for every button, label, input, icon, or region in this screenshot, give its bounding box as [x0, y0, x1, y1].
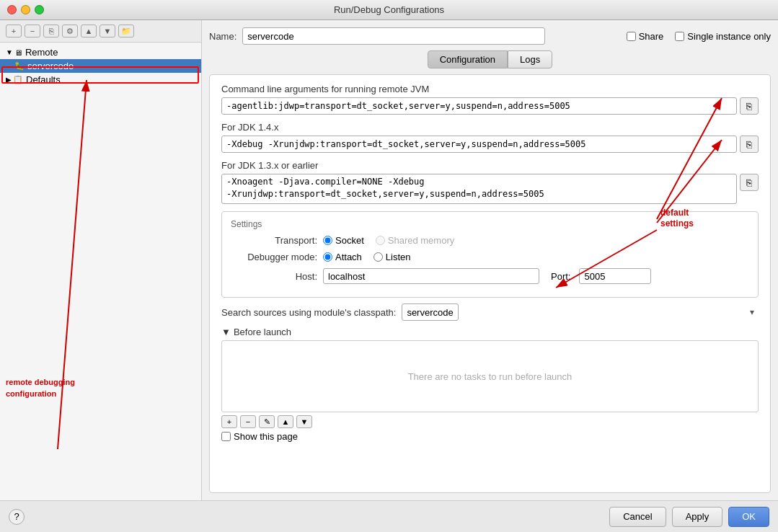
before-launch-header[interactable]: ▼ Before launch [221, 327, 759, 337]
config-item-icon: 🐛 [14, 61, 25, 71]
host-label: Host: [231, 271, 317, 282]
sidebar-item-defaults[interactable]: ▶ 📋 Defaults [0, 73, 201, 87]
jdk13-section-title: For JDK 1.3.x or earlier [221, 160, 759, 171]
jdk14-input[interactable] [221, 136, 737, 153]
listen-radio-label[interactable]: Listen [373, 252, 411, 262]
attach-text: Attach [335, 252, 362, 262]
debugger-mode-radio-group: Attach Listen [323, 252, 411, 262]
move-up-button[interactable]: ▲ [81, 25, 97, 37]
share-checkbox[interactable] [627, 32, 636, 41]
add-config-button[interactable]: + [6, 25, 22, 37]
debugger-mode-row: Debugger mode: Attach Listen [231, 252, 749, 262]
title-bar: Run/Debug Configurations [0, 0, 778, 20]
remove-task-button[interactable]: − [240, 415, 256, 428]
collapse-arrow-icon: ▼ [221, 327, 231, 337]
before-launch-area: There are no tasks to run before launch [221, 340, 759, 412]
minimize-button[interactable] [21, 5, 30, 14]
no-tasks-text: There are no tasks to run before launch [408, 371, 573, 382]
before-launch-section: ▼ Before launch There are no tasks to ru… [221, 327, 759, 442]
copy-cmd-button[interactable]: ⎘ [740, 97, 759, 115]
module-label: Search sources using module's classpath: [221, 307, 396, 318]
cmd-input-row: ⎘ [221, 97, 759, 115]
transport-shared-memory-radio[interactable] [376, 236, 385, 245]
before-launch-toolbar: + − ✎ ▲ ▼ [221, 415, 759, 428]
transport-radio-group: Socket Shared memory [323, 235, 454, 246]
tab-configuration[interactable]: Configuration [428, 50, 508, 68]
name-row: Name: [209, 27, 545, 45]
maximize-button[interactable] [35, 5, 44, 14]
window-title: Run/Debug Configurations [334, 4, 444, 15]
single-instance-checkbox[interactable] [675, 32, 684, 41]
jdk13-input-row: -Xnoagent -Djava.compiler=NONE -Xdebug -… [221, 174, 759, 204]
move-task-up-button[interactable]: ▲ [278, 415, 293, 428]
apply-button[interactable]: Apply [672, 507, 723, 527]
sidebar-tree: ▼ 🖥 Remote 🐛 servercode ▶ 📋 Defaults [0, 43, 201, 500]
transport-row: Transport: Socket Shared memory [231, 235, 749, 246]
close-button[interactable] [7, 5, 17, 14]
attach-radio-label[interactable]: Attach [323, 252, 362, 262]
transport-shared-memory-text: Shared memory [388, 235, 454, 246]
sidebar: + − ⎘ ⚙ ▲ ▼ 📁 ▼ 🖥 Remote 🐛 servercode [0, 20, 202, 500]
copy-jdk13-button[interactable]: ⎘ [740, 174, 759, 191]
right-panel: Name: Share Single instance only Configu… [202, 20, 778, 500]
defaults-label: Defaults [26, 74, 61, 85]
show-page-checkbox-label[interactable]: Show this page [221, 431, 759, 442]
help-button[interactable]: ? [9, 509, 25, 525]
name-label: Name: [209, 31, 237, 42]
sidebar-item-servercode[interactable]: 🐛 servercode [0, 59, 201, 73]
show-page-label: Show this page [234, 431, 298, 442]
jdk13-input[interactable]: -Xnoagent -Djava.compiler=NONE -Xdebug -… [221, 174, 737, 204]
attach-radio[interactable] [323, 252, 332, 262]
remote-group-icon: 🖥 [14, 48, 22, 57]
main-content: + − ⎘ ⚙ ▲ ▼ 📁 ▼ 🖥 Remote 🐛 servercode [0, 20, 778, 500]
sidebar-item-remote[interactable]: ▼ 🖥 Remote [0, 45, 201, 59]
share-checkbox-label[interactable]: Share [627, 31, 664, 42]
settings-label: Settings [231, 219, 749, 229]
share-row: Share Single instance only [627, 31, 771, 42]
tabs-row: Configuration Logs [209, 50, 771, 68]
transport-socket-label[interactable]: Socket [323, 235, 364, 246]
settings-config-button[interactable]: ⚙ [62, 25, 78, 37]
port-input[interactable] [579, 268, 651, 284]
module-select[interactable]: servercode [402, 303, 459, 321]
settings-box: Settings Transport: Socket Shared memory [221, 211, 759, 298]
config-panel: Command line arguments for running remot… [209, 74, 771, 493]
share-label: Share [639, 31, 664, 42]
expand-arrow-defaults-icon: ▶ [6, 76, 12, 84]
jdk14-section-title: For JDK 1.4.x [221, 122, 759, 133]
ok-button[interactable]: OK [728, 507, 769, 527]
transport-socket-radio[interactable] [323, 236, 332, 245]
move-task-down-button[interactable]: ▼ [296, 415, 312, 428]
move-down-button[interactable]: ▼ [100, 25, 115, 37]
debugger-mode-label: Debugger mode: [231, 252, 317, 262]
jdk14-input-row: ⎘ [221, 136, 759, 153]
remove-config-button[interactable]: − [25, 25, 40, 37]
edit-task-button[interactable]: ✎ [259, 415, 275, 428]
host-input[interactable] [323, 268, 539, 284]
remote-group-label: Remote [25, 47, 58, 58]
port-label: Port: [551, 271, 570, 282]
bottom-bar: ? Cancel Apply OK [0, 500, 778, 532]
cmd-section-title: Command line arguments for running remot… [221, 84, 759, 94]
copy-config-button[interactable]: ⎘ [43, 25, 59, 37]
name-row-container: Name: Share Single instance only [209, 27, 771, 45]
cmd-input[interactable] [221, 97, 737, 115]
transport-shared-memory-label[interactable]: Shared memory [376, 235, 454, 246]
folder-button[interactable]: 📁 [118, 25, 134, 37]
name-input[interactable] [242, 27, 545, 45]
host-port-row: Host: Port: [231, 268, 749, 284]
servercode-label: servercode [27, 61, 74, 71]
copy-jdk14-button[interactable]: ⎘ [740, 136, 759, 153]
defaults-group-icon: 📋 [13, 75, 23, 84]
sidebar-toolbar: + − ⎘ ⚙ ▲ ▼ 📁 [0, 20, 201, 43]
cancel-button[interactable]: Cancel [609, 507, 666, 527]
listen-text: Listen [386, 252, 411, 262]
show-page-checkbox[interactable] [221, 432, 231, 441]
module-select-wrap: servercode [402, 303, 759, 321]
transport-label: Transport: [231, 235, 317, 246]
single-instance-checkbox-label[interactable]: Single instance only [675, 31, 771, 42]
single-instance-label: Single instance only [687, 31, 771, 42]
tab-logs[interactable]: Logs [508, 50, 552, 68]
listen-radio[interactable] [373, 252, 383, 262]
add-task-button[interactable]: + [221, 415, 237, 428]
